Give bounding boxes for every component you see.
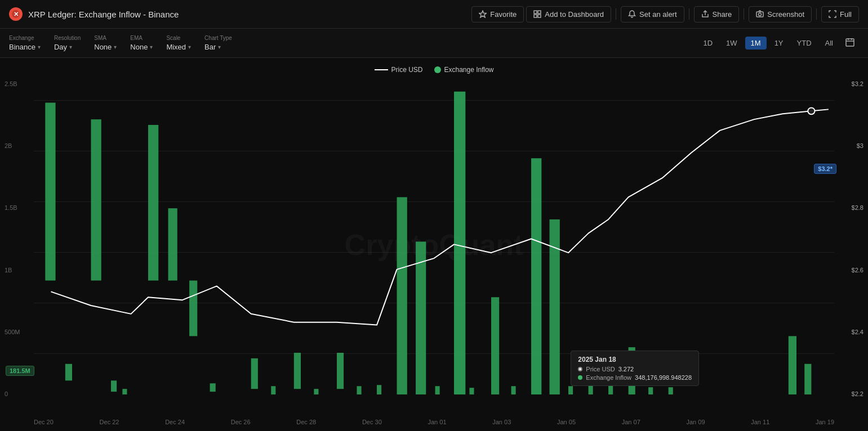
svg-rect-17 <box>189 281 197 336</box>
time-ytd-button[interactable]: YTD <box>791 37 817 50</box>
chevron-down-icon6: ▾ <box>218 44 221 50</box>
price-line-icon <box>374 69 388 70</box>
svg-rect-14 <box>122 389 127 394</box>
scale-dropdown[interactable]: Mixed ▾ <box>166 43 191 51</box>
svg-point-43 <box>808 107 814 114</box>
tooltip-price-row: Price USD 3.272 <box>578 366 692 372</box>
header-actions: Favorite Add to Dashboard Set an alert S… <box>471 6 859 23</box>
svg-rect-40 <box>669 387 673 394</box>
tooltip-price-label: Price USD <box>586 366 615 372</box>
separator3 <box>744 8 744 20</box>
chevron-down-icon4: ▾ <box>150 44 153 50</box>
resolution-selector[interactable]: Resolution Day ▾ <box>54 35 81 51</box>
scale-label: Scale <box>166 35 191 41</box>
calendar-button[interactable] <box>841 35 859 51</box>
svg-rect-6 <box>538 15 541 17</box>
scale-selector[interactable]: Scale Mixed ▾ <box>166 35 191 51</box>
tooltip-inflow-label: Exchange Inflow <box>586 374 631 381</box>
header-left: ✕ XRP Ledger: Exchange Inflow - Binance <box>9 7 179 21</box>
time-1w-button[interactable]: 1W <box>720 37 743 50</box>
sma-dropdown[interactable]: None ▾ <box>94 43 117 51</box>
tooltip-date: 2025 Jan 18 <box>578 356 692 363</box>
fullscreen-icon <box>829 10 836 18</box>
separator <box>616 8 616 20</box>
chart-tooltip: 2025 Jan 18 Price USD 3.272 Exchange Inf… <box>571 351 699 386</box>
camera-icon <box>756 10 764 18</box>
sma-label: SMA <box>94 35 117 41</box>
y-axis-left: 2.5B 2B 1.5B 1B 500M 0 <box>5 80 20 397</box>
svg-rect-32 <box>511 386 516 394</box>
separator4 <box>816 8 817 20</box>
tooltip-inflow-value: 348,176,998.948228 <box>635 374 692 381</box>
svg-rect-29 <box>454 92 465 394</box>
svg-rect-28 <box>435 386 440 394</box>
time-1m-button[interactable]: 1M <box>745 37 767 50</box>
chart-type-dropdown[interactable]: Bar ▾ <box>204 43 232 51</box>
chevron-down-icon: ▾ <box>38 44 41 50</box>
svg-rect-23 <box>337 353 344 389</box>
svg-rect-36 <box>589 385 593 394</box>
svg-rect-13 <box>111 380 117 392</box>
dashboard-icon <box>533 10 541 18</box>
svg-rect-16 <box>168 208 177 280</box>
chevron-down-icon5: ▾ <box>188 44 191 50</box>
calendar-icon <box>845 38 854 47</box>
svg-rect-20 <box>271 386 275 394</box>
full-button[interactable]: Full <box>821 6 859 23</box>
svg-rect-10 <box>45 103 55 281</box>
svg-rect-3 <box>534 11 537 14</box>
chart-type-selector[interactable]: Chart Type Bar ▾ <box>204 35 232 51</box>
header: ✕ XRP Ledger: Exchange Inflow - Binance … <box>0 0 868 29</box>
svg-rect-19 <box>251 358 258 389</box>
svg-marker-2 <box>479 11 487 17</box>
ema-dropdown[interactable]: None ▾ <box>130 43 153 51</box>
set-alert-button[interactable]: Set an alert <box>621 6 684 23</box>
exchange-dropdown[interactable]: Binance ▾ <box>9 43 41 51</box>
x-axis: Dec 20 Dec 22 Dec 24 Dec 26 Dec 28 Dec 3… <box>34 419 834 425</box>
favorite-button[interactable]: Favorite <box>471 6 524 23</box>
inflow-dot-icon <box>434 66 440 73</box>
share-button[interactable]: Share <box>694 6 740 23</box>
svg-rect-27 <box>416 241 426 394</box>
main-chart-svg <box>34 80 834 397</box>
tooltip-inflow-icon <box>578 375 582 380</box>
svg-rect-12 <box>91 119 101 280</box>
time-1y-button[interactable]: 1Y <box>769 37 789 50</box>
svg-rect-9 <box>846 39 854 46</box>
svg-rect-33 <box>531 158 541 394</box>
exchange-selector[interactable]: Exchange Binance ▾ <box>9 35 41 51</box>
tooltip-price-value: 3.272 <box>618 366 634 372</box>
svg-rect-11 <box>65 364 72 381</box>
svg-rect-34 <box>550 219 560 394</box>
svg-rect-37 <box>608 385 613 394</box>
time-range-buttons: 1D 1W 1M 1Y YTD All <box>697 35 859 51</box>
tooltip-price-icon <box>578 367 582 371</box>
chart-container: CryptoQuant Price USD Exchange Inflow 2.… <box>0 58 868 431</box>
chart-type-label: Chart Type <box>204 35 232 41</box>
screenshot-button[interactable]: Screenshot <box>749 6 812 23</box>
svg-rect-15 <box>148 125 158 281</box>
svg-rect-4 <box>538 11 541 14</box>
svg-rect-5 <box>534 15 537 17</box>
sma-selector[interactable]: SMA None ▾ <box>94 35 117 51</box>
time-all-button[interactable]: All <box>820 37 839 50</box>
chart-svg-area[interactable] <box>34 80 834 397</box>
share-icon <box>701 10 709 18</box>
svg-rect-39 <box>648 387 653 394</box>
logo-icon: ✕ <box>9 7 23 21</box>
star-icon <box>479 10 487 18</box>
svg-rect-18 <box>210 383 216 392</box>
add-to-dashboard-button[interactable]: Add to Dashboard <box>526 6 611 23</box>
bell-icon <box>628 10 636 18</box>
svg-rect-30 <box>469 388 474 394</box>
legend-inflow: Exchange Inflow <box>434 66 493 74</box>
time-1d-button[interactable]: 1D <box>697 37 718 50</box>
chevron-down-icon2: ▾ <box>69 44 72 50</box>
svg-rect-25 <box>377 385 381 394</box>
chevron-down-icon3: ▾ <box>114 44 117 50</box>
svg-rect-21 <box>294 353 301 389</box>
svg-text:✕: ✕ <box>14 11 19 17</box>
ema-selector[interactable]: EMA None ▾ <box>130 35 153 51</box>
svg-rect-31 <box>491 297 499 394</box>
resolution-dropdown[interactable]: Day ▾ <box>54 43 81 51</box>
